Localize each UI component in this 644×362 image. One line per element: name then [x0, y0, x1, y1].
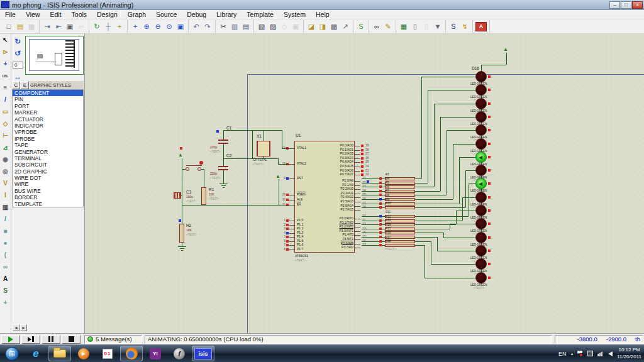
- message-count[interactable]: 5 Message(s): [96, 336, 132, 343]
- pause-button[interactable]: [42, 335, 60, 344]
- text-script-mode-icon[interactable]: ≡: [1, 83, 11, 93]
- schematic-canvas[interactable]: [85, 34, 644, 333]
- taskbar-windows-explorer[interactable]: [48, 346, 71, 361]
- menu-source[interactable]: Source: [151, 11, 182, 18]
- cut-icon[interactable]: ✂: [218, 21, 229, 32]
- selector-item-iprobe[interactable]: IPROBE: [13, 136, 83, 142]
- make-device-icon[interactable]: ◨: [317, 21, 328, 32]
- taskbar-firefox[interactable]: [120, 346, 143, 361]
- menu-template[interactable]: Template: [242, 11, 279, 18]
- menu-system[interactable]: System: [279, 11, 311, 18]
- selector-item-bus-wire[interactable]: BUS WIRE: [13, 188, 83, 194]
- block-delete-icon[interactable]: ▣: [290, 21, 301, 32]
- subcircuit-mode-icon[interactable]: ▭: [1, 107, 11, 117]
- taskbar-isis[interactable]: isis: [192, 346, 214, 361]
- selector-item-indicator[interactable]: INDICATOR: [13, 123, 83, 129]
- menu-tools[interactable]: Tools: [67, 11, 92, 18]
- rotation-angle-field[interactable]: 0: [13, 62, 23, 69]
- 2d-marker-mode-icon[interactable]: +: [1, 298, 11, 308]
- action-center-icon[interactable]: [577, 351, 583, 357]
- rotate-anticlockwise-icon[interactable]: ↺: [13, 48, 23, 58]
- close-button[interactable]: ×: [632, 1, 643, 9]
- zoom-in-icon[interactable]: ⊕: [141, 21, 152, 32]
- menu-design[interactable]: Design: [92, 11, 123, 18]
- zoom-all-icon[interactable]: ⊙: [164, 21, 175, 32]
- taskbar-media-player[interactable]: ▶: [72, 346, 95, 361]
- selector-item-border[interactable]: BORDER: [13, 194, 83, 200]
- 2d-text-mode-icon[interactable]: A: [1, 274, 11, 284]
- terminal-mode-icon[interactable]: ◇: [1, 119, 11, 129]
- selector-item-terminal[interactable]: TERMINAL: [13, 155, 83, 162]
- selector-item-marker[interactable]: MARKER: [13, 109, 83, 116]
- selector-item-wire[interactable]: WIRE: [13, 181, 83, 187]
- decompose-icon[interactable]: ↗: [340, 21, 351, 32]
- minimize-button[interactable]: –: [609, 1, 620, 9]
- 2d-symbol-mode-icon[interactable]: S: [1, 286, 11, 296]
- menu-file[interactable]: File: [0, 11, 21, 18]
- pick-parts-icon[interactable]: ◪: [306, 21, 317, 32]
- undo-icon[interactable]: ↶: [191, 21, 202, 32]
- 2d-arc-mode-icon[interactable]: (: [1, 250, 11, 260]
- taskbar-yahoo-messenger[interactable]: Y!: [144, 346, 167, 361]
- netlist-to-ares-icon[interactable]: A: [475, 22, 487, 31]
- selector-item-template[interactable]: TEMPLATE: [13, 201, 83, 207]
- print-icon[interactable]: ▣: [64, 21, 75, 32]
- selector-item-wire-dot[interactable]: WIRE DOT: [13, 175, 83, 181]
- stop-button[interactable]: [62, 335, 80, 344]
- paste-icon[interactable]: ▤: [240, 21, 252, 32]
- new-sheet-icon[interactable]: ▯: [409, 21, 421, 32]
- 2d-box-mode-icon[interactable]: ■: [1, 226, 11, 236]
- property-assignment-icon[interactable]: ✎: [382, 21, 394, 32]
- selection-mode-icon[interactable]: ↖: [1, 35, 11, 45]
- pan-icon[interactable]: +: [130, 21, 141, 32]
- menu-view[interactable]: View: [21, 11, 45, 18]
- selector-scroll-right-icon[interactable]: ►: [20, 324, 27, 331]
- maximize-button[interactable]: □: [621, 1, 631, 9]
- virtual-instruments-mode-icon[interactable]: ▥: [1, 202, 11, 212]
- network-icon[interactable]: [597, 351, 604, 356]
- clock[interactable]: 10:12 PM 11/20/2011: [617, 347, 641, 361]
- menu-debug[interactable]: Debug: [182, 11, 211, 18]
- export-section-icon[interactable]: ⇤: [53, 21, 64, 32]
- remove-sheet-icon[interactable]: ▯: [421, 21, 432, 32]
- block-move-icon[interactable]: ▨: [267, 21, 279, 32]
- play-button[interactable]: [1, 335, 20, 344]
- new-file-icon[interactable]: □: [3, 21, 14, 32]
- current-probe-mode-icon[interactable]: I: [1, 190, 11, 200]
- wire-autorouter-icon[interactable]: S: [355, 21, 367, 32]
- import-section-icon[interactable]: ⇥: [42, 21, 53, 32]
- taskbar-flash-player[interactable]: f: [168, 346, 191, 361]
- zoom-area-icon[interactable]: ▣: [175, 21, 186, 32]
- language-indicator[interactable]: EN: [558, 351, 567, 357]
- selector-item-subcircuit[interactable]: SUBCIRCUIT: [13, 162, 83, 168]
- step-button[interactable]: [21, 335, 40, 344]
- component-mode-icon[interactable]: ⊳: [1, 47, 11, 57]
- start-button[interactable]: ⊞: [1, 346, 23, 361]
- selector-edit-button[interactable]: E: [21, 81, 29, 89]
- selector-scroll-left-icon[interactable]: ◄: [13, 324, 19, 331]
- selector-pick-button[interactable]: C: [12, 81, 20, 89]
- generator-mode-icon[interactable]: ◎: [1, 167, 11, 177]
- 2d-line-mode-icon[interactable]: /: [1, 214, 11, 224]
- block-rotate-icon[interactable]: ◇: [279, 21, 290, 32]
- selector-item-tape[interactable]: TAPE: [13, 142, 83, 148]
- origin-icon[interactable]: +: [114, 21, 125, 32]
- tape-recorder-mode-icon[interactable]: ◉: [1, 155, 11, 165]
- redraw-icon[interactable]: ↻: [91, 21, 103, 32]
- taskbar-internet-explorer[interactable]: e: [25, 346, 47, 361]
- 2d-path-mode-icon[interactable]: ∞: [1, 262, 11, 272]
- save-design-icon[interactable]: ▦: [26, 21, 37, 32]
- goto-sheet-icon[interactable]: ▼: [432, 21, 443, 32]
- open-design-icon[interactable]: ▤: [14, 21, 26, 32]
- selector-item-generator[interactable]: GENERATOR: [13, 149, 83, 155]
- bill-of-materials-icon[interactable]: S: [448, 21, 459, 32]
- wire-label-mode-icon[interactable]: LBL: [1, 71, 11, 81]
- bus-mode-icon[interactable]: /: [1, 95, 11, 105]
- tray-app-icon[interactable]: [587, 351, 593, 356]
- overview-pane[interactable]: [25, 36, 84, 75]
- selector-item-actuator[interactable]: ACTUATOR: [13, 116, 83, 123]
- search-tag-icon[interactable]: ∞: [371, 21, 382, 32]
- packaging-tool-icon[interactable]: ▩: [328, 21, 340, 32]
- selector-item-pin[interactable]: PIN: [13, 96, 83, 102]
- taskbar-binary-app[interactable]: 01: [96, 346, 119, 361]
